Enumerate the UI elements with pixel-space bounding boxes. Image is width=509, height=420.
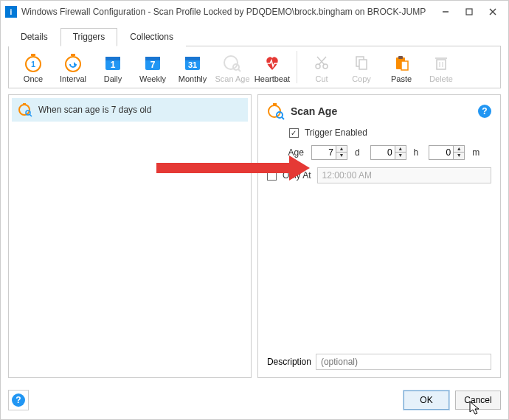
trigger-row-label: When scan age is 7 days old [38, 105, 151, 115]
toolbar-monthly[interactable]: 31 Monthly [174, 51, 211, 83]
svg-point-7 [66, 57, 80, 71]
help-button[interactable]: ? [8, 390, 29, 410]
panel-title: Scan Age [291, 105, 337, 117]
cancel-button[interactable]: Cancel [455, 391, 501, 410]
toolbar: 1 Once Interval 1 Daily 7 Weekly 31 Mont… [8, 46, 501, 88]
svg-rect-31 [437, 60, 446, 69]
age-minutes-spinner[interactable]: ▲▼ [429, 145, 465, 160]
tab-collections[interactable]: Collections [117, 28, 186, 46]
calendar-1-icon: 1 [101, 51, 125, 74]
only-at-checkbox[interactable]: ✓ [267, 171, 277, 181]
copy-icon [350, 51, 373, 74]
tab-triggers[interactable]: Triggers [60, 28, 118, 46]
toolbar-copy: Copy [343, 51, 380, 83]
trigger-enabled-row: ✓ Trigger Enabled [289, 127, 491, 138]
age-hours-input[interactable] [370, 145, 395, 160]
toolbar-paste[interactable]: Paste [383, 51, 420, 83]
trigger-row[interactable]: When scan age is 7 days old [12, 98, 248, 122]
only-at-time-input[interactable] [317, 167, 491, 183]
toolbar-weekly[interactable]: 7 Weekly [134, 51, 171, 83]
svg-rect-1 [466, 9, 472, 15]
titlebar: i Windows Firewall Configuration - Scan … [1, 1, 508, 23]
svg-rect-5 [31, 54, 35, 56]
panel-help-button[interactable]: ? [478, 105, 491, 118]
age-row: Age ▲▼ d ▲▼ h ▲▼ m [267, 145, 491, 160]
description-label: Description [267, 357, 311, 367]
app-icon: i [5, 6, 17, 18]
stopwatch-one-icon: 1 [21, 51, 45, 74]
toolbar-divider [297, 51, 297, 83]
svg-text:7: 7 [150, 60, 156, 70]
svg-line-44 [282, 117, 284, 119]
toolbar-delete: Delete [423, 51, 460, 83]
heartbeat-icon [260, 51, 284, 74]
trash-icon [429, 51, 453, 74]
calendar-7-icon: 7 [141, 51, 165, 74]
svg-text:31: 31 [188, 60, 197, 69]
svg-rect-42 [273, 103, 277, 105]
svg-text:1: 1 [31, 60, 35, 69]
svg-rect-29 [398, 56, 403, 59]
unit-d: d [355, 147, 360, 158]
window-title: Windows Firewall Configuration - Scan Pr… [21, 7, 426, 17]
scissors-icon [310, 51, 333, 74]
calendar-31-icon: 31 [181, 51, 204, 74]
tabstrip: Details Triggers Collections [8, 27, 501, 46]
trigger-enabled-checkbox[interactable]: ✓ [289, 128, 299, 138]
settings-panel: Scan Age ? ✓ Trigger Enabled Age ▲▼ d [257, 94, 501, 378]
svg-point-19 [224, 56, 238, 69]
maximize-button[interactable] [458, 4, 480, 19]
stopwatch-search-icon [221, 51, 244, 74]
age-days-input[interactable] [311, 145, 336, 160]
panel-header: Scan Age ? [267, 102, 491, 120]
ok-button[interactable]: OK [404, 391, 449, 410]
toolbar-daily[interactable]: 1 Daily [94, 51, 131, 83]
toolbar-heartbeat[interactable]: Heartbeat [254, 51, 291, 83]
svg-rect-30 [401, 61, 408, 70]
description-row: Description [267, 354, 491, 370]
stopwatch-search-icon [18, 102, 32, 117]
minimize-button[interactable] [434, 4, 457, 19]
stopwatch-cycle-icon [61, 51, 85, 74]
only-at-row: ✓ Only At [267, 167, 491, 183]
toolbar-interval[interactable]: Interval [55, 51, 91, 83]
svg-rect-27 [359, 60, 367, 69]
description-input[interactable] [316, 354, 491, 370]
footer: ? OK Cancel [1, 385, 508, 419]
svg-point-41 [269, 105, 280, 117]
svg-point-35 [19, 105, 30, 115]
age-label: Age [267, 147, 304, 158]
age-days-spinner[interactable]: ▲▼ [311, 145, 347, 160]
svg-rect-36 [23, 103, 26, 105]
age-minutes-input[interactable] [429, 145, 454, 160]
only-at-label: Only At [283, 170, 311, 181]
body-split: When scan age is 7 days old Scan Age ? ✓… [8, 94, 501, 378]
trigger-enabled-label: Trigger Enabled [305, 127, 367, 138]
toolbar-once[interactable]: 1 Once [15, 51, 52, 83]
paste-icon [389, 51, 413, 74]
svg-text:1: 1 [111, 60, 116, 70]
tab-details[interactable]: Details [8, 28, 60, 46]
window: i Windows Firewall Configuration - Scan … [0, 0, 509, 420]
svg-line-21 [238, 69, 240, 71]
stopwatch-search-icon [267, 102, 285, 120]
svg-rect-8 [71, 54, 75, 56]
age-hours-spinner[interactable]: ▲▼ [370, 145, 406, 160]
toolbar-scan-age: Scan Age [214, 51, 251, 83]
content-area: Details Triggers Collections 1 Once Inte… [1, 23, 508, 385]
trigger-list: When scan age is 7 days old [8, 94, 252, 378]
unit-m: m [472, 147, 479, 158]
close-button[interactable] [482, 4, 504, 19]
unit-h: h [414, 147, 419, 158]
toolbar-cut: Cut [303, 51, 340, 83]
svg-line-38 [30, 114, 32, 116]
